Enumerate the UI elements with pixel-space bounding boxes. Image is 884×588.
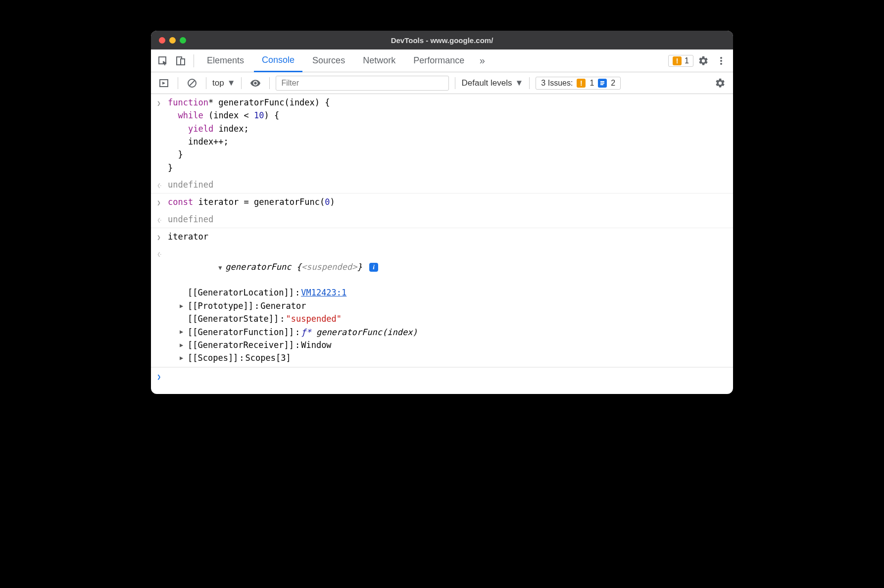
console-result: undefined — [168, 178, 727, 191]
maximize-window-button[interactable] — [180, 37, 186, 44]
svg-point-4 — [720, 60, 722, 62]
separator — [269, 77, 270, 89]
separator — [178, 77, 178, 89]
object-properties: [[GeneratorLocation]]: VM12423:1 [[Proto… — [157, 286, 727, 364]
property-row[interactable]: [[GeneratorState]]: "suspended" — [180, 312, 727, 325]
expand-triangle-icon[interactable] — [180, 341, 187, 350]
expand-triangle-icon[interactable] — [180, 353, 187, 363]
property-row[interactable]: [[GeneratorFunction]]: ƒ* generatorFunc(… — [180, 326, 727, 339]
issues-info-count: 2 — [611, 79, 615, 88]
expand-triangle-icon[interactable] — [180, 327, 187, 337]
levels-selector[interactable]: Default levels ▼ — [461, 78, 523, 88]
output-caret-icon — [157, 247, 168, 286]
svg-line-8 — [190, 81, 195, 86]
input-caret-icon — [157, 196, 168, 208]
separator — [455, 77, 455, 89]
levels-label: Default levels — [461, 78, 512, 88]
minimize-window-button[interactable] — [169, 37, 176, 44]
live-expression-icon[interactable] — [247, 75, 263, 91]
issues-warning-count: 1 — [589, 79, 594, 88]
source-link[interactable]: VM12423:1 — [301, 286, 346, 299]
object-preview[interactable]: generatorFunc {<suspended>} i — [168, 247, 727, 286]
tab-performance[interactable]: Performance — [405, 49, 472, 72]
expand-triangle-icon[interactable] — [180, 301, 187, 311]
more-tabs-icon[interactable]: » — [474, 53, 490, 69]
separator — [206, 77, 206, 89]
svg-point-5 — [720, 63, 722, 65]
console-body: function* generatorFunc(index) { while (… — [151, 94, 733, 394]
property-key: [[Scopes]] — [188, 351, 238, 364]
svg-rect-9 — [600, 81, 604, 82]
dropdown-icon: ▼ — [227, 78, 236, 88]
tab-console[interactable]: Console — [254, 49, 302, 72]
prompt-caret-icon — [157, 372, 168, 383]
filter-input[interactable] — [276, 76, 449, 91]
object-name: generatorFunc — [225, 262, 291, 272]
console-code: iterator — [168, 230, 727, 243]
property-key: [[GeneratorFunction]] — [188, 326, 294, 339]
property-value: "suspended" — [286, 312, 342, 325]
separator — [241, 77, 242, 89]
input-caret-icon — [157, 96, 168, 174]
console-settings-icon[interactable] — [712, 75, 728, 91]
output-caret-icon — [157, 178, 168, 191]
property-value: Generator — [260, 299, 306, 312]
info-badge-icon[interactable]: i — [369, 263, 378, 272]
dropdown-icon: ▼ — [515, 78, 524, 88]
console-output-row: generatorFunc {<suspended>} i [[Generato… — [151, 245, 733, 367]
clear-console-icon[interactable] — [184, 75, 200, 91]
warning-icon: ! — [673, 56, 682, 65]
context-label: top — [212, 78, 224, 88]
warning-count: 1 — [685, 56, 689, 65]
kebab-menu-icon[interactable] — [713, 53, 729, 69]
separator — [529, 77, 530, 89]
svg-rect-2 — [181, 59, 185, 65]
issues-label: 3 Issues: — [541, 79, 573, 88]
property-key: [[GeneratorState]] — [188, 312, 279, 325]
sidebar-toggle-icon[interactable] — [156, 75, 172, 91]
object-state: <suspended> — [301, 262, 357, 272]
console-code: function* generatorFunc(index) { while (… — [168, 96, 727, 174]
property-row[interactable]: [[GeneratorReceiver]]: Window — [180, 339, 727, 351]
console-input-row: const iterator = generatorFunc(0) — [151, 194, 733, 210]
tab-network[interactable]: Network — [355, 49, 403, 72]
close-window-button[interactable] — [159, 37, 165, 44]
info-icon — [598, 79, 607, 88]
devtools-window: DevTools - www.google.com/ Elements Cons… — [151, 31, 733, 394]
property-value: Scopes[3] — [246, 351, 291, 364]
svg-point-3 — [720, 57, 722, 59]
context-selector[interactable]: top ▼ — [212, 78, 235, 88]
console-input-row: iterator — [151, 228, 733, 245]
input-caret-icon — [157, 230, 168, 243]
console-input-row: function* generatorFunc(index) { while (… — [151, 94, 733, 176]
device-toolbar-icon[interactable] — [173, 53, 189, 69]
devtools-tabbar: Elements Console Sources Network Perform… — [151, 49, 733, 72]
tab-sources[interactable]: Sources — [304, 49, 353, 72]
property-row[interactable]: [[GeneratorLocation]]: VM12423:1 — [180, 286, 727, 299]
function-signature: ƒ* generatorFunc(index) — [301, 326, 417, 339]
property-row[interactable]: [[Prototype]]: Generator — [180, 299, 727, 312]
console-prompt-row[interactable] — [151, 367, 733, 394]
console-output-row: undefined — [151, 176, 733, 194]
property-key: [[Prototype]] — [188, 299, 253, 312]
settings-icon[interactable] — [695, 53, 711, 69]
output-caret-icon — [157, 213, 168, 226]
console-toolbar: top ▼ Default levels ▼ 3 Issues: ! 1 2 — [151, 72, 733, 94]
tab-elements[interactable]: Elements — [199, 49, 252, 72]
console-result: undefined — [168, 213, 727, 226]
traffic-lights — [159, 37, 186, 44]
property-row[interactable]: [[Scopes]]: Scopes[3] — [180, 351, 727, 364]
expand-triangle-icon[interactable] — [218, 263, 225, 273]
inspect-element-icon[interactable] — [155, 53, 171, 69]
svg-rect-11 — [600, 84, 603, 85]
separator — [194, 54, 194, 67]
window-titlebar: DevTools - www.google.com/ — [151, 31, 733, 49]
window-title: DevTools - www.google.com/ — [151, 36, 733, 45]
property-key: [[GeneratorLocation]] — [188, 286, 294, 299]
svg-rect-10 — [600, 83, 604, 84]
issues-button[interactable]: 3 Issues: ! 1 2 — [536, 77, 621, 90]
property-key: [[GeneratorReceiver]] — [188, 339, 294, 351]
console-output-row: undefined — [151, 211, 733, 228]
warnings-badge[interactable]: ! 1 — [668, 55, 693, 67]
warning-icon: ! — [577, 79, 586, 88]
